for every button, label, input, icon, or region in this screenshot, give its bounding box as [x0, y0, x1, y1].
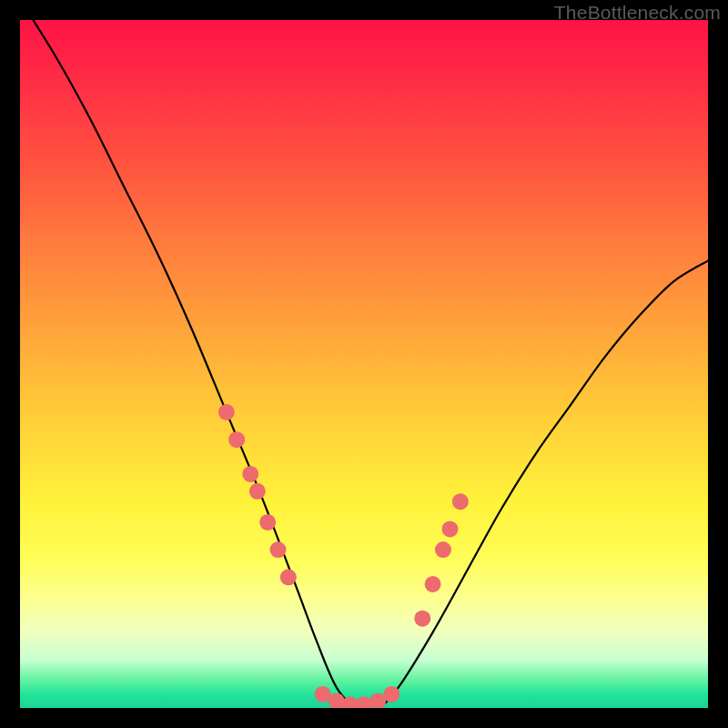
- chart-frame: TheBottleneck.com: [0, 0, 728, 728]
- chart-svg: [20, 20, 708, 708]
- highlight-dot: [259, 514, 276, 531]
- highlight-dot: [280, 569, 297, 585]
- curve-layer: [20, 20, 708, 708]
- highlight-dot: [228, 431, 245, 448]
- highlight-dot: [270, 541, 287, 558]
- watermark-text: TheBottleneck.com: [554, 2, 721, 24]
- highlight-dot: [242, 466, 258, 482]
- highlight-dot: [435, 541, 451, 558]
- highlight-dots: [218, 404, 469, 708]
- highlight-dot: [218, 404, 235, 420]
- highlight-dot: [383, 686, 399, 703]
- chart-plot-area: [20, 20, 708, 708]
- bottleneck-curve: [20, 20, 708, 708]
- highlight-dot: [442, 521, 459, 537]
- highlight-dot: [249, 483, 266, 500]
- highlight-dot: [414, 611, 430, 627]
- highlight-dot: [425, 576, 441, 592]
- highlight-dot: [452, 493, 469, 510]
